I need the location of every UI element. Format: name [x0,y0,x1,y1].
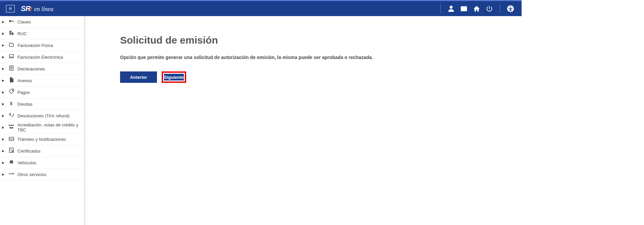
body-wrap: ▶ Claves ▶ RUC ▶ Facturación Física ▶ [0,16,522,225]
main-content: Solicitud de emisión Opción que permite … [85,16,522,225]
sidebar-item-certificados[interactable]: ▶ Certificados [0,145,85,157]
sidebar-item-label: Declaraciones [17,66,81,71]
svg-rect-17 [10,173,11,174]
chevron-right-icon: ▶ [2,137,5,141]
power-icon[interactable] [485,4,494,13]
svg-rect-16 [9,173,10,174]
svg-text:$: $ [9,112,11,116]
chevron-right-icon: ▶ [2,126,5,129]
sidebar-item-label: Acreditación, notas de crédito y TBC [17,122,81,132]
user-icon[interactable] [447,4,455,13]
building-icon [7,30,15,37]
page-description: Opción que permite generar una solicitud… [120,55,522,60]
topbar: ≡ SRi en línea [0,0,522,16]
chevron-right-icon: ▶ [2,114,5,117]
sidebar-item-tramites[interactable]: ▶ Trámites y Notificaciones [0,133,85,145]
chevron-right-icon: ▶ [2,149,5,153]
sidebar-item-anexos[interactable]: ▶ Anexos [0,75,85,87]
svg-point-15 [12,151,13,152]
brand-name-part1: SR [21,4,31,13]
topbar-right [436,4,517,13]
more-icon [7,171,15,178]
sidebar-item-deudas[interactable]: ▶ $ Deudas [0,98,85,110]
form-icon [7,65,15,72]
sidebar-item-otros[interactable]: ▶ Otros servicios [0,169,85,180]
tag-icon [7,89,15,96]
brand-name-part2: i [31,4,32,13]
svg-rect-4 [13,21,14,22]
menu-toggle-button[interactable]: ≡ [6,5,15,12]
hamburger-icon: ≡ [9,6,12,12]
sidebar-item-label: Pagos [17,90,81,95]
topbar-left: ≡ SRi en línea [6,4,53,13]
svg-point-1 [510,6,511,7]
sidebar-item-pagos[interactable]: ▶ Pagos [0,87,85,98]
sidebar: ▶ Claves ▶ RUC ▶ Facturación Física ▶ [0,16,85,225]
mail-icon[interactable] [460,4,468,13]
svg-rect-11 [11,125,12,126]
svg-rect-10 [9,125,10,126]
chevron-right-icon: ▶ [2,173,5,176]
sidebar-item-facturacion-electronica[interactable]: ▶ Facturación Electrónica [0,51,85,63]
wizard-buttons: Anterior Siguiente [120,71,522,83]
chevron-right-icon: ▶ [2,44,5,47]
inbox-icon [7,135,15,143]
sidebar-item-label: Vehículos [17,160,81,165]
svg-rect-18 [11,173,12,174]
sidebar-item-label: Deudas [17,102,81,107]
sidebar-item-label: Anexos [17,78,81,83]
chevron-right-icon: ▶ [2,91,5,94]
svg-point-2 [9,20,11,22]
sidebar-item-facturacion-fisica[interactable]: ▶ Facturación Física [0,40,85,51]
svg-point-7 [12,90,13,91]
brand-subtitle: en línea [34,6,53,13]
sidebar-item-declaraciones[interactable]: ▶ Declaraciones [0,63,85,75]
topbar-separator [440,4,441,13]
sidebar-item-acreditacion[interactable]: ▶ Acreditación, notas de crédito y TBC [0,122,85,133]
accessibility-icon[interactable] [506,4,515,13]
brand-logo[interactable]: SRi en línea [21,4,53,13]
laptop-icon [7,53,15,61]
next-button-highlight: Siguiente [162,71,186,83]
car-icon [7,159,15,166]
page-title: Solicitud de emisión [120,35,522,46]
receipt-icon [7,42,15,49]
key-icon [7,18,15,25]
document-icon [7,77,15,84]
sidebar-item-vehiculos[interactable]: ▶ Vehículos [0,157,85,169]
chevron-right-icon: ▶ [2,161,5,164]
dollar-refund-icon: $ [7,112,15,119]
chevron-right-icon: ▶ [2,102,5,106]
topbar-separator [500,4,500,13]
sidebar-item-label: Facturación Electrónica [17,55,81,60]
svg-text:$: $ [10,101,13,106]
next-button[interactable]: Siguiente [164,74,184,80]
svg-rect-3 [11,21,14,21]
svg-rect-12 [12,125,14,126]
chevron-right-icon: ▶ [2,79,5,82]
chevron-right-icon: ▶ [2,67,5,70]
chevron-right-icon: ▶ [2,55,5,59]
sidebar-item-label: Otros servicios [17,172,81,177]
certificate-icon [7,147,15,155]
sidebar-item-label: Claves [17,19,81,24]
sidebar-item-label: Certificados [17,149,81,154]
chevron-right-icon: ▶ [2,20,5,23]
previous-button[interactable]: Anterior [120,71,157,83]
sidebar-item-label: Facturación Física [17,43,81,48]
sidebar-item-devoluciones[interactable]: ▶ $ Devoluciones (TAX refund) [0,110,85,122]
sidebar-item-ruc[interactable]: ▶ RUC [0,28,85,40]
svg-rect-5 [9,55,13,57]
sidebar-item-claves[interactable]: ▶ Claves [0,16,85,28]
chevron-right-icon: ▶ [2,32,5,35]
sidebar-item-label: RUC [17,31,81,36]
sidebar-item-label: Devoluciones (TAX refund) [17,113,81,118]
sidebar-item-label: Trámites y Notificaciones [17,137,81,142]
home-icon[interactable] [472,4,481,13]
credit-note-icon [7,124,15,131]
dollar-icon: $ [7,100,15,108]
